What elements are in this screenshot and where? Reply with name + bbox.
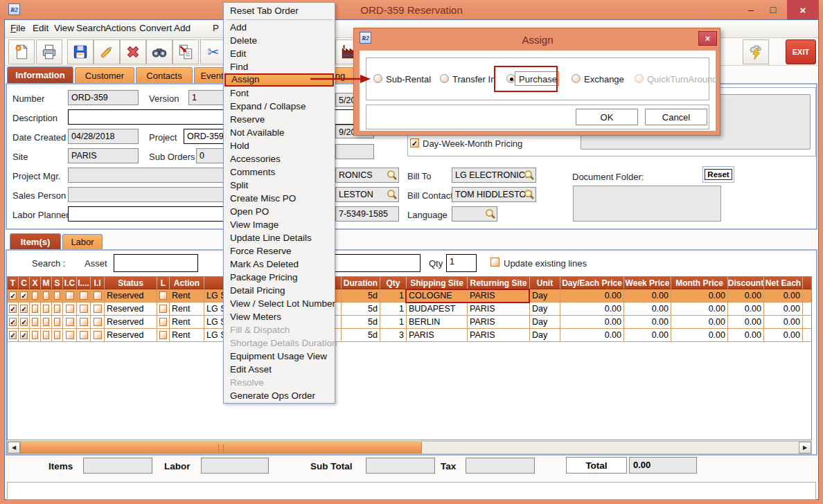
grid-header-shipping-site[interactable]: Shipping Site [407, 277, 468, 289]
menu-item-generate-ops-order[interactable]: Generate Ops Order [224, 389, 334, 402]
tab-items[interactable]: Item(s) [10, 233, 61, 249]
menu-item-reserve[interactable]: Reserve [224, 113, 334, 126]
row-checkbox[interactable] [54, 305, 60, 313]
pricing-checkbox[interactable]: ✓ [410, 138, 419, 147]
site-field[interactable]: PARIS [68, 148, 139, 163]
grid-header-action[interactable]: Action [170, 277, 204, 289]
row-checkbox[interactable] [94, 305, 102, 313]
row-checkbox[interactable] [159, 305, 167, 313]
maximize-button[interactable]: □ [765, 3, 781, 17]
duration-field[interactable] [335, 144, 374, 159]
customer-field[interactable]: RONICS [335, 168, 399, 183]
row-checkbox[interactable] [43, 291, 49, 300]
menu-p[interactable]: P [213, 23, 219, 33]
row-checkbox[interactable]: ✓ [9, 291, 16, 300]
row-checkbox[interactable] [32, 331, 38, 339]
project-mgr-field[interactable] [68, 168, 224, 183]
row-checkbox[interactable] [80, 305, 88, 313]
tab-information[interactable]: Information [7, 66, 73, 83]
radio-sub-rental[interactable] [373, 74, 382, 83]
edit-button[interactable] [94, 39, 120, 64]
row-checkbox[interactable] [80, 291, 88, 300]
tab-labor[interactable]: Labor [62, 234, 103, 249]
bill-to-field[interactable]: LG ELECTRONICS [452, 168, 536, 183]
menu-item-accessories[interactable]: Accessories [224, 152, 334, 165]
grid-header-x[interactable]: X [30, 277, 41, 289]
menu-item-update-line-details[interactable]: Update Line Details [224, 231, 334, 244]
grid-header-i-c[interactable]: I.C [63, 277, 77, 289]
horizontal-scrollbar[interactable]: ◀ ▶ [7, 441, 812, 454]
menu-item-hold[interactable]: Hold [224, 139, 334, 152]
row-checkbox[interactable]: ✓ [9, 318, 16, 326]
qty-input[interactable]: 1 [446, 254, 477, 272]
menu-item-package-pricing[interactable]: Package Pricing [224, 271, 334, 284]
row-checkbox[interactable] [66, 291, 74, 300]
menu-item-open-po[interactable]: Open PO [224, 205, 334, 218]
row-checkbox[interactable] [54, 331, 60, 339]
menu-item-split[interactable]: Split [224, 179, 334, 192]
menu-item-mark-as-deleted[interactable]: Mark As Deleted [224, 258, 334, 271]
grid-header-l[interactable]: L [157, 277, 170, 289]
close-button[interactable]: × [787, 0, 819, 19]
row-checkbox[interactable] [32, 305, 38, 313]
dialog-close-button[interactable]: × [698, 31, 717, 46]
menu-item-equipment-usage-view[interactable]: Equipment Usage View [224, 350, 334, 363]
tab-customer[interactable]: Customer [75, 67, 134, 84]
row-checkbox[interactable] [66, 318, 74, 326]
menu-item-reset-tab-order[interactable]: Reset Tab Order [224, 3, 334, 19]
quick-action-button[interactable] [743, 39, 769, 64]
language-field[interactable] [452, 206, 497, 222]
grid-header-duration[interactable]: Duration [342, 277, 380, 289]
new-document-button[interactable] [8, 39, 35, 64]
menu-item-view-select-lot-number[interactable]: View / Select Lot Number [224, 297, 334, 310]
menu-search[interactable]: Search [76, 23, 106, 33]
menu-convert[interactable]: Convert [139, 23, 172, 33]
menu-add[interactable]: Add [174, 23, 191, 33]
grid-header-discount[interactable]: Discount [728, 277, 764, 289]
menu-item-force-reserve[interactable]: Force Reserve [224, 244, 334, 258]
grid-header-t[interactable]: T [8, 277, 19, 289]
row-checkbox[interactable] [43, 305, 49, 313]
minimize-button[interactable]: – [743, 3, 759, 17]
row-checkbox[interactable] [54, 318, 60, 326]
row-checkbox[interactable] [43, 318, 49, 326]
grid-header-net-each[interactable]: Net Each [764, 277, 803, 289]
menu-item-comments[interactable]: Comments [224, 165, 334, 179]
row-checkbox[interactable] [159, 331, 167, 339]
menu-view[interactable]: View [54, 23, 74, 33]
grid-header-i-i[interactable]: I.I [91, 277, 105, 289]
menu-item-edit[interactable]: Edit [224, 47, 334, 60]
row-checkbox[interactable] [94, 318, 102, 326]
number-field[interactable]: ORD-359 [68, 90, 139, 105]
row-checkbox[interactable]: ✓ [20, 291, 27, 300]
menu-item-view-image[interactable]: View Image [224, 218, 334, 231]
row-checkbox[interactable] [32, 291, 38, 300]
row-checkbox[interactable] [159, 291, 167, 300]
row-checkbox[interactable]: ✓ [9, 331, 16, 339]
table-row[interactable]: ✓✓ReservedRentLG ST5d1BERLINPARISDay0.00… [8, 316, 812, 329]
grid-header-status[interactable]: Status [105, 277, 157, 289]
menu-edit[interactable]: Edit [33, 23, 48, 33]
reset-button[interactable]: Reset [705, 169, 732, 180]
grid-header-day-each-price[interactable]: Day/Each Price [560, 277, 624, 289]
menu-item-expand-collapse[interactable]: Expand / Collapse [224, 100, 334, 113]
menu-item-delete[interactable]: Delete [224, 34, 334, 47]
grid-header-month-price[interactable]: Month Price [671, 277, 728, 289]
row-checkbox[interactable]: ✓ [9, 305, 16, 313]
phone-field[interactable]: 7-5349-1585 [335, 206, 399, 222]
search-icon[interactable] [524, 170, 535, 183]
grid-header-c[interactable]: C [19, 277, 30, 289]
scroll-right-button[interactable]: ▶ [799, 442, 811, 453]
menu-item-detail-pricing[interactable]: Detail Pricing [224, 284, 334, 297]
grid-header-unit[interactable]: Unit [530, 277, 560, 289]
radio-exchange[interactable] [572, 74, 581, 83]
find-button[interactable] [146, 39, 172, 64]
cancel-button[interactable]: Cancel [645, 109, 707, 125]
menu-item-create-misc-po[interactable]: Create Misc PO [224, 192, 334, 205]
update-lines-checkbox[interactable] [490, 258, 499, 267]
row-checkbox[interactable] [66, 331, 74, 339]
document-folder-box[interactable] [573, 186, 721, 222]
row-checkbox[interactable] [66, 305, 74, 313]
row-checkbox[interactable] [80, 318, 88, 326]
menu-item-edit-asset[interactable]: Edit Asset [224, 363, 334, 376]
